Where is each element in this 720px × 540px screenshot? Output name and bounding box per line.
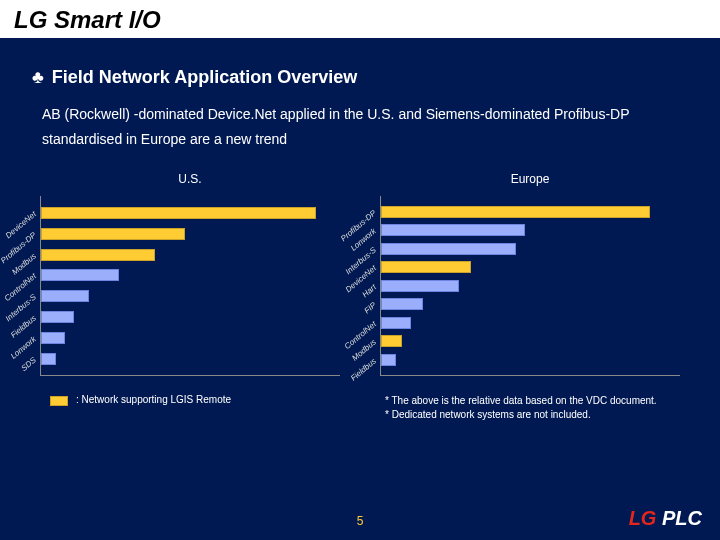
bar-row: DeviceNet [381,260,680,274]
chart-europe-title: Europe [380,172,680,186]
bar-row: Interbus-S [381,242,680,256]
bar [41,332,65,344]
bar-row: Interbus-S [41,289,340,303]
legend-swatch-label: : Network supporting LGIS Remote [76,394,231,405]
bar [41,207,316,219]
section-heading: ♣ Field Network Application Overview [32,67,688,88]
chart-europe: Europe Profibus-DPLonworkInterbus-SDevic… [380,172,680,376]
legend-row: : Network supporting LGIS Remote * The a… [32,394,688,422]
club-icon: ♣ [32,67,44,88]
slide-header: LG Smart I/O [0,0,720,41]
bar [381,335,402,347]
legend-notes: * The above is the relative data based o… [385,394,680,422]
legend-left: : Network supporting LGIS Remote [50,394,345,422]
section-description: AB (Rockwell) -dominated Device.Net appl… [42,102,688,152]
bar [41,311,74,323]
bar-row: Hart [381,279,680,293]
bar-row: Lonwork [41,331,340,345]
bar-row: ControlNet [41,268,340,282]
chart-us: U.S. DeviceNetProfibus-DPModbusControlNe… [40,172,340,376]
section-title: Field Network Application Overview [52,67,357,88]
bar-row: Profibus-DP [381,205,680,219]
bar [381,280,459,292]
brand-plc: PLC [662,507,702,529]
bar-label: SDS [20,355,38,372]
bar-row: Modbus [41,248,340,262]
bar [381,317,411,329]
bar [381,224,525,236]
bar-row: Fieldbus [41,310,340,324]
bar-row: Lonwork [381,223,680,237]
bar-row: Profibus-DP [41,227,340,241]
legend-note-2: * Dedicated network systems are not incl… [385,408,680,422]
bar-label: FIP [363,301,378,316]
bar [381,354,396,366]
brand-lg: LG [629,507,657,529]
bar-label: Hart [361,282,378,299]
bar [381,243,516,255]
legend-swatch-icon [50,396,68,406]
bar-row: SDS [41,352,340,366]
bar [41,290,89,302]
bar-row: DeviceNet [41,206,340,220]
legend-note-1: * The above is the relative data based o… [385,394,680,408]
bar-row: Fieldbus [381,353,680,367]
bar-row: Modbus [381,334,680,348]
bar [41,269,119,281]
page-number: 5 [0,514,720,528]
chart-europe-area: Profibus-DPLonworkInterbus-SDeviceNetHar… [380,196,680,376]
bar [381,206,650,218]
chart-us-area: DeviceNetProfibus-DPModbusControlNetInte… [40,196,340,376]
page-title: LG Smart I/O [14,6,706,34]
charts-row: U.S. DeviceNetProfibus-DPModbusControlNe… [32,172,688,376]
bar [381,298,423,310]
bar [41,228,185,240]
content-area: ♣ Field Network Application Overview AB … [0,43,720,422]
bar [41,353,56,365]
bar [381,261,471,273]
bar-row: FIP [381,297,680,311]
chart-us-title: U.S. [40,172,340,186]
bar [41,249,155,261]
footer-brand: LG PLC [629,507,702,530]
bar-row: ControlNet [381,316,680,330]
